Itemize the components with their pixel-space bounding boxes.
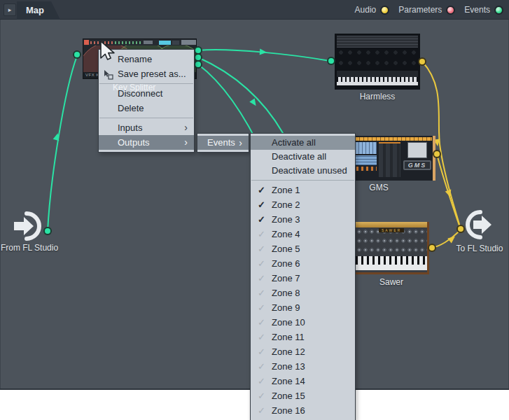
check-icon: ✓ <box>258 388 265 403</box>
expand-button[interactable]: ▸ <box>4 4 16 16</box>
harmless-label: Harmless <box>335 92 420 102</box>
zone-label: Zone 3 <box>272 214 300 225</box>
port-harmless-out[interactable] <box>419 59 425 64</box>
parameters-led-icon[interactable] <box>446 6 455 15</box>
menu-item-events[interactable]: Events › <box>197 136 249 150</box>
connection-type-legend: Audio Parameters Events <box>355 0 503 20</box>
zone-label: Zone 1 <box>272 185 300 195</box>
mouse-cursor <box>99 40 120 65</box>
zone-menu-item[interactable]: ✓ Zone 1 <box>251 183 355 197</box>
to-fl-studio-icon <box>462 209 494 241</box>
port-keysplitter-out-1[interactable] <box>195 48 201 53</box>
to-fl-studio-label: To FL Studio <box>452 244 508 253</box>
port-fromfl-out[interactable] <box>45 228 50 234</box>
zone-menu-item[interactable]: ✓ Zone 16 <box>251 403 355 418</box>
zone-menu-item[interactable]: ✓ Zone 6 <box>251 256 355 271</box>
legend-events: Events <box>464 5 503 15</box>
check-icon: ✓ <box>258 227 265 241</box>
harmless-thumb-panel <box>337 48 418 71</box>
zone-menu-item[interactable]: ✓ Zone 14 <box>251 374 355 388</box>
check-icon: ✓ <box>258 374 265 388</box>
tab-map[interactable]: Map <box>17 1 60 20</box>
zone-menu-item[interactable]: ✓ Zone 12 <box>251 344 355 359</box>
legend-audio: Audio <box>355 5 390 15</box>
zone-menu-item[interactable]: ✓ Zone 4 <box>251 227 355 241</box>
zone-menu-item[interactable]: ✓ Zone 10 <box>251 315 355 330</box>
menu-item-deactivate-all[interactable]: Deactivate all <box>251 150 355 164</box>
zone-menu-item[interactable]: ✓ Zone 15 <box>251 388 355 403</box>
port-tofl-in[interactable] <box>458 226 463 232</box>
check-icon: ✓ <box>258 271 265 286</box>
check-icon: ✓ <box>258 300 265 315</box>
check-icon: ✓ <box>258 241 265 256</box>
zone-menu-item[interactable]: ✓ Zone 13 <box>251 359 355 374</box>
check-icon: ✓ <box>258 183 265 197</box>
menu-item-inputs[interactable]: Inputs › <box>99 120 194 135</box>
gms-display <box>407 142 427 158</box>
gms-logo: GMS <box>403 160 431 170</box>
zone-label: Zone 16 <box>272 405 305 416</box>
gms-sliders <box>379 142 400 177</box>
zone-label: Zone 12 <box>272 346 305 357</box>
expand-arrow-icon: ▸ <box>8 6 12 13</box>
menu-item-outputs[interactable]: Outputs › <box>99 135 194 150</box>
from-fl-studio-node[interactable] <box>13 210 45 245</box>
zone-label: Zone 6 <box>272 258 300 269</box>
save-preset-icon <box>104 69 113 84</box>
port-harmless-in[interactable] <box>328 58 334 64</box>
legend-audio-label: Audio <box>355 5 377 15</box>
patcher-toolbar: ▸ Map Audio Parameters Events <box>0 0 509 20</box>
check-icon: ✓ <box>258 315 265 330</box>
zone-label: Zone 4 <box>272 229 300 239</box>
harmless-thumb-top <box>337 36 418 48</box>
menu-item-deactivate-unused[interactable]: Deactivate unused <box>251 164 355 178</box>
zone-list: ✓ Zone 1 ✓ Zone 2 ✓ Zone 3 ✓ Zone 4 ✓ Zo… <box>251 183 355 418</box>
check-icon: ✓ <box>258 344 265 359</box>
chevron-right-icon: › <box>239 136 242 150</box>
audio-led-icon[interactable] <box>380 6 389 15</box>
legend-parameters: Parameters <box>398 5 455 15</box>
check-icon: ✓ <box>258 256 265 271</box>
zone-menu-item[interactable]: ✓ Zone 3 <box>251 212 355 227</box>
port-sawer-out[interactable] <box>429 245 435 251</box>
menu-separator <box>251 180 354 181</box>
legend-events-label: Events <box>464 5 490 15</box>
zone-label: Zone 7 <box>272 273 300 284</box>
menu-item-activate-all[interactable]: Activate all <box>251 136 355 150</box>
zone-menu-item[interactable]: ✓ Zone 2 <box>251 197 355 212</box>
zone-menu-item[interactable]: ✓ Zone 7 <box>251 271 355 286</box>
gms-pattern-bar <box>351 137 432 141</box>
zone-menu-item[interactable]: ✓ Zone 5 <box>251 241 355 256</box>
menu-item-save-preset[interactable]: Save preset as... <box>99 66 194 81</box>
from-fl-studio-label: From FL Studio <box>0 243 59 253</box>
sawer-node[interactable]: SAWER <box>354 222 429 274</box>
zone-label: Zone 9 <box>272 302 300 313</box>
check-icon: ✓ <box>258 286 265 300</box>
patcher-window: ▸ Map Audio Parameters Events <box>0 0 509 420</box>
menu-item-delete[interactable]: Delete <box>99 101 194 115</box>
check-icon: ✓ <box>258 403 265 418</box>
port-keysplitter-out-3[interactable] <box>195 62 201 67</box>
harmless-thumb-strip <box>337 71 418 77</box>
zone-menu-item[interactable]: ✓ Zone 9 <box>251 300 355 315</box>
check-icon: ✓ <box>258 359 265 374</box>
chevron-right-icon: › <box>184 135 188 150</box>
port-keysplitter-in[interactable] <box>74 52 80 57</box>
gms-node[interactable]: GMS <box>350 136 435 181</box>
events-led-icon[interactable] <box>494 6 503 15</box>
menu-item-disconnect[interactable]: Disconnect <box>99 86 194 101</box>
zone-label: Zone 14 <box>272 376 305 386</box>
sawer-label: Sawer <box>354 277 429 287</box>
zone-menu-item[interactable]: ✓ Zone 8 <box>251 286 355 300</box>
port-keysplitter-out-2[interactable] <box>195 55 201 60</box>
to-fl-studio-node[interactable] <box>462 209 494 244</box>
events-zones-submenu: Activate all Deactivate all Deactivate u… <box>250 133 356 420</box>
zone-label: Zone 10 <box>272 317 305 328</box>
from-fl-studio-icon <box>13 210 45 242</box>
sawer-logo-strip: SAWER <box>356 222 427 227</box>
harmless-node[interactable] <box>335 34 420 90</box>
check-icon: ✓ <box>258 330 265 344</box>
outputs-submenu: Events › <box>197 133 249 153</box>
port-gms-out[interactable] <box>434 151 440 157</box>
zone-menu-item[interactable]: ✓ Zone 11 <box>251 330 355 344</box>
